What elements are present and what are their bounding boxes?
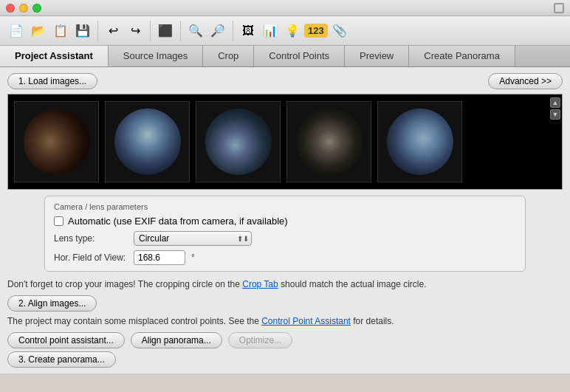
main-content: 1. Load images... Advanced >> ▲ ▼ [0,67,570,374]
tab-bar: Project Assistant Source Images Crop Con… [0,46,570,67]
hfov-input[interactable] [134,250,185,265]
params-legend: Camera / lens parameters [54,202,516,211]
image-thumb-5[interactable] [377,101,462,182]
tab-create-panorama[interactable]: Create Panorama [409,46,515,66]
hfov-row: Hor. Field of View: ° [54,250,516,265]
image-thumb-2[interactable] [105,101,190,182]
edit-tools: ↩ ↪ [103,21,151,41]
preview-tools: 🖼 📊 💡 123 📎 [238,21,354,41]
lens-type-row: Lens type: Circular Equirectangular Rect… [54,231,516,246]
fisheye-image-3 [205,109,272,175]
light-button[interactable]: 💡 [282,21,303,41]
tab-source-images[interactable]: Source Images [109,46,203,66]
image-gallery: ▲ ▼ [7,94,563,190]
gallery-images-container [14,101,556,182]
resize-icon [554,3,564,13]
fisheye-image-1 [24,109,90,175]
align-panorama-button[interactable]: Align panorama... [131,332,222,348]
warning-text-part1: The project may contain some misplaced c… [7,316,261,326]
close-button[interactable] [6,4,15,13]
advanced-button[interactable]: Advanced >> [488,73,563,89]
save-button[interactable]: 💾 [72,21,93,41]
control-point-assistant-button[interactable]: Control point assistant... [7,332,125,348]
new-button[interactable]: 📄 [6,21,27,41]
traffic-lights [6,4,41,13]
image-thumb-3[interactable] [196,101,281,182]
toolbar: 📄 📂 📋 💾 ↩ ↪ ⬛ 🔍 🔎 🖼 📊 💡 123 📎 [0,16,570,46]
lens-type-label: Lens type: [54,233,128,244]
create-panorama-button[interactable]: 3. Create panorama... [7,351,116,368]
lens-type-select[interactable]: Circular Equirectangular Rectilinear Fis… [134,231,252,246]
fisheye-image-5 [387,109,453,175]
minimize-button[interactable] [19,4,28,13]
info-text: Don't forget to crop your images! The cr… [7,278,563,291]
maximize-button[interactable] [32,4,41,13]
warning-text-part2: for details. [351,316,394,326]
titlebar [0,0,570,16]
lens-type-select-wrapper: Circular Equirectangular Rectilinear Fis… [134,231,252,246]
fisheye-image-2 [114,109,181,175]
gallery-scrollbar: ▲ ▼ [550,97,560,186]
titlebar-right [554,3,564,13]
redo-button[interactable]: ↪ [125,21,145,41]
action-row: 1. Load images... Advanced >> [7,73,563,89]
info-text-part1: Don't forget to crop your images! The cr… [7,279,242,289]
info-button[interactable]: 📎 [329,21,350,41]
image-thumb-1[interactable] [14,101,99,182]
tab-control-points[interactable]: Control Points [254,46,345,66]
degree-symbol: ° [191,252,195,263]
view-tools: ⬛ [155,21,181,41]
create-panorama-row: 3. Create panorama... [7,351,563,368]
warning-text: The project may contain some misplaced c… [7,314,563,328]
open-recent-button[interactable]: 📋 [50,21,71,41]
preview-button[interactable]: 🖼 [238,21,258,41]
zoom-tools: 🔍 🔎 [185,21,233,41]
tab-project-assistant[interactable]: Project Assistant [0,46,109,66]
undo-button[interactable]: ↩ [103,21,123,41]
align-step-row: 2. Align images... [7,295,563,312]
tab-crop[interactable]: Crop [203,46,254,66]
zoom-in-button[interactable]: 🔍 [185,21,206,41]
tab-preview[interactable]: Preview [345,46,409,66]
scroll-down-arrow[interactable]: ▼ [550,109,560,120]
image-thumb-4[interactable] [286,101,371,182]
bottom-buttons-row: Control point assistant... Align panoram… [7,332,563,348]
fisheye-image-4 [296,109,363,175]
hfov-label: Hor. Field of View: [54,252,128,263]
auto-checkbox[interactable] [54,216,63,226]
table-button[interactable]: 📊 [260,21,281,41]
control-point-assistant-link[interactable]: Control Point Assistant [261,316,351,326]
auto-checkbox-row: Automatic (use EXIF data from camera, if… [54,216,516,227]
load-images-button[interactable]: 1. Load images... [7,73,97,89]
info-text-part2: should match the actual image circle. [278,279,427,289]
scroll-up-arrow[interactable]: ▲ [550,97,560,108]
auto-checkbox-label: Automatic (use EXIF data from camera, if… [68,216,288,227]
open-button[interactable]: 📂 [28,21,49,41]
badge-value: 123 [304,24,328,38]
align-images-button[interactable]: 2. Align images... [7,295,97,312]
camera-params-box: Camera / lens parameters Automatic (use … [44,196,526,272]
align-button[interactable]: ⬛ [155,21,176,41]
file-tools: 📄 📂 📋 💾 [6,21,98,41]
crop-tab-link[interactable]: Crop Tab [242,279,278,289]
optimize-button: Optimize... [228,332,292,348]
zoom-out-button[interactable]: 🔎 [207,21,228,41]
